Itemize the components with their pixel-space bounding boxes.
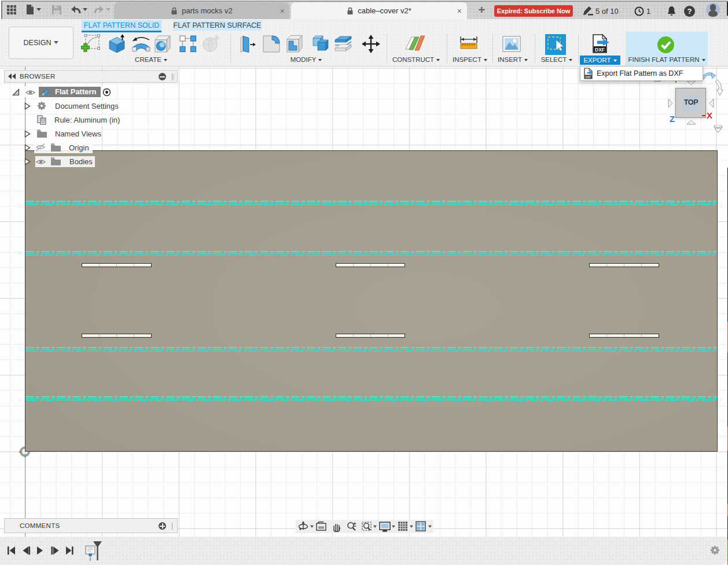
- svg-text:DXF: DXF: [595, 47, 605, 53]
- svg-text:DXF: DXF: [586, 75, 591, 79]
